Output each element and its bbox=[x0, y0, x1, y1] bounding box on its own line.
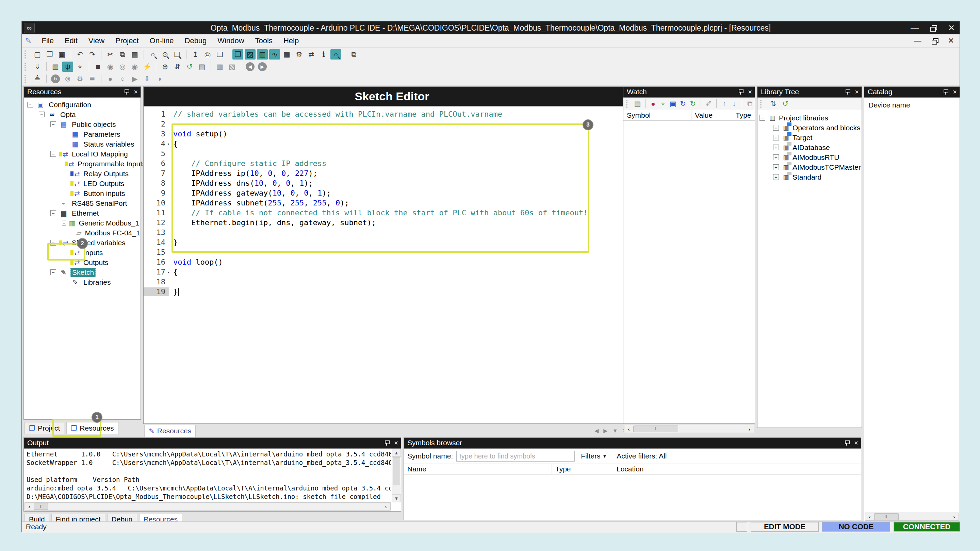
toggle-library-window-icon[interactable]: ▥ bbox=[257, 49, 268, 60]
tree-item-rs485-serialport[interactable]: ⌁RS485 SerialPort bbox=[25, 198, 140, 208]
expand-icon[interactable]: − bbox=[50, 269, 56, 275]
mdi-restore-button[interactable] bbox=[932, 38, 938, 43]
mdi-minimize-button[interactable]: — bbox=[914, 37, 921, 45]
find-symbol-icon[interactable]: ○ bbox=[331, 49, 341, 60]
tab-next-icon[interactable]: ▶ bbox=[603, 427, 608, 434]
move-up-icon[interactable]: ↑ bbox=[720, 98, 729, 109]
output-scroll-thumb[interactable] bbox=[393, 457, 400, 485]
tree-item-ethernet[interactable]: −▆Ethernet bbox=[25, 208, 140, 218]
toolbar-grip[interactable] bbox=[760, 100, 764, 108]
redo-icon[interactable]: ↷ bbox=[87, 49, 98, 60]
watch-column-value[interactable]: Value bbox=[692, 110, 732, 121]
catalog-scroll-thumb[interactable]: ⦀ bbox=[874, 513, 899, 520]
expand-icon[interactable]: + bbox=[773, 135, 779, 140]
tree-item-local-io-mapping[interactable]: −⇄Local IO Mapping bbox=[25, 149, 140, 159]
communication-setup-icon[interactable]: ▦ bbox=[50, 62, 61, 72]
code-line-13[interactable]: 13 bbox=[143, 227, 631, 237]
trigger-icon[interactable]: ≜ bbox=[32, 74, 43, 84]
download-code-icon[interactable]: ⇓ bbox=[32, 62, 43, 72]
save-watch-icon[interactable]: ▣ bbox=[669, 98, 677, 109]
dock-tab-resources[interactable]: ❒Resources bbox=[66, 422, 118, 434]
find-in-project-icon[interactable]: ❏ bbox=[172, 49, 183, 60]
code-line-14[interactable]: 14} bbox=[143, 237, 631, 247]
save-project-icon[interactable]: ▣ bbox=[56, 49, 67, 60]
code-line-2[interactable]: 2 bbox=[143, 119, 631, 129]
expand-icon[interactable]: + bbox=[773, 164, 779, 170]
output-horizontal-scrollbar[interactable]: ‹ ⦀ › bbox=[24, 502, 391, 511]
debug-watch-icon[interactable]: ⊚ bbox=[62, 74, 73, 84]
menu-tools[interactable]: Tools bbox=[250, 35, 278, 46]
watch-horizontal-scrollbar[interactable]: ‹ ⦀ › bbox=[624, 425, 754, 433]
library-item-aimodbustcpmaster[interactable]: +▥AIModbusTCPMaster bbox=[759, 162, 862, 172]
code-line-9[interactable]: 9 IPAddress gateway(10, 0, 0, 1); bbox=[143, 188, 631, 198]
library-item-target[interactable]: +▥Target bbox=[759, 133, 862, 143]
pin-icon[interactable] bbox=[385, 440, 388, 446]
refresh-add-icon[interactable]: ↻ bbox=[689, 98, 697, 109]
toolbar-grip[interactable] bbox=[626, 100, 629, 108]
mouse-mode-icon[interactable]: ⌖ bbox=[75, 62, 86, 72]
insert-symbol-icon[interactable]: ⌖ bbox=[659, 98, 667, 109]
move-down-icon[interactable]: ↓ bbox=[730, 98, 738, 109]
code-line-4[interactable]: 4▾{ bbox=[143, 139, 631, 149]
library-item-aidatabase[interactable]: +▥AIDatabase bbox=[759, 143, 862, 152]
code-line-7[interactable]: 7 IPAddress ip(10, 0, 0, 227); bbox=[143, 168, 631, 178]
run-icon[interactable]: ▶ bbox=[129, 74, 140, 84]
import-icon[interactable]: ↥ bbox=[190, 49, 201, 60]
grid-icon[interactable]: ▦ bbox=[215, 62, 225, 72]
mdi-close-button[interactable]: ✕ bbox=[948, 37, 954, 45]
watch-scroll-thumb[interactable]: ⦀ bbox=[633, 426, 678, 432]
toggle-output-window-icon[interactable]: ▨ bbox=[245, 49, 256, 60]
close-panel-icon[interactable]: × bbox=[748, 89, 752, 95]
print-icon[interactable]: ⎙ bbox=[202, 49, 213, 60]
code-line-19[interactable]: 19} bbox=[143, 287, 631, 297]
code-line-17[interactable]: 17▾{ bbox=[143, 267, 631, 277]
output-vertical-scrollbar[interactable]: ▲ ▼ bbox=[392, 449, 401, 502]
editor-tab-resources[interactable]: ✎ Resources bbox=[144, 425, 196, 437]
pin-icon[interactable] bbox=[845, 440, 849, 446]
paste-icon[interactable]: ▤ bbox=[129, 49, 140, 60]
tree-item-sketch[interactable]: −✎Sketch bbox=[25, 267, 140, 277]
tree-item-relay-outputs[interactable]: ⇄Relay Outputs bbox=[25, 169, 140, 179]
dock-tab-project[interactable]: ❒Project bbox=[24, 422, 64, 434]
code-line-5[interactable]: 5 bbox=[143, 149, 631, 159]
recompile-icon[interactable]: ◎ bbox=[117, 62, 128, 72]
close-panel-icon[interactable]: × bbox=[855, 89, 859, 95]
step-icon[interactable]: ⇩ bbox=[142, 74, 153, 84]
scroll-down-icon[interactable]: ▼ bbox=[392, 494, 401, 502]
scroll-right-icon[interactable]: › bbox=[382, 503, 390, 510]
symbols-column-location[interactable]: Location bbox=[613, 464, 681, 474]
tree-item-parameters[interactable]: ▤Parameters bbox=[25, 129, 140, 139]
swap-view-icon[interactable]: ⇄ bbox=[306, 49, 317, 60]
copy-icon[interactable]: ⧉ bbox=[117, 49, 128, 60]
toolbar-grip[interactable] bbox=[24, 63, 28, 71]
library-export-icon[interactable]: ⇅ bbox=[768, 98, 778, 109]
code-line-16[interactable]: 16void loop() bbox=[143, 257, 631, 267]
menu-online[interactable]: On-line bbox=[144, 35, 179, 46]
menu-window[interactable]: Window bbox=[212, 35, 250, 46]
watch-body[interactable] bbox=[624, 120, 755, 414]
expand-icon[interactable]: − bbox=[62, 220, 66, 226]
toolbar-grip[interactable] bbox=[24, 75, 28, 83]
tab-list-icon[interactable]: ▼ bbox=[612, 428, 618, 434]
expand-icon[interactable]: − bbox=[50, 210, 56, 216]
copy-watch-icon[interactable]: ⧉ bbox=[746, 98, 754, 109]
menu-project[interactable]: Project bbox=[110, 35, 144, 46]
code-line-18[interactable]: 18 bbox=[143, 277, 631, 287]
find-icon[interactable]: ○ bbox=[147, 49, 158, 60]
code-line-10[interactable]: 10 IPAddress subnet(255, 255, 255, 0); bbox=[143, 198, 631, 208]
navigate-back-icon[interactable]: ◀ bbox=[246, 62, 255, 71]
expand-icon[interactable]: − bbox=[50, 121, 56, 127]
navigate-forward-icon[interactable]: ▶ bbox=[258, 62, 267, 71]
output-log[interactable]: Ethernet 1.0.0 C:\Users\mcmch\AppData\Lo… bbox=[24, 449, 391, 502]
pin-icon[interactable] bbox=[943, 89, 947, 95]
pin-icon[interactable] bbox=[845, 89, 850, 95]
record-symbols-icon[interactable]: ● bbox=[649, 98, 657, 109]
menu-edit[interactable]: Edit bbox=[59, 35, 83, 46]
tree-item-programmable-inputs[interactable]: ⇄Programmable Inputs bbox=[25, 159, 140, 169]
scroll-up-icon[interactable]: ▲ bbox=[392, 449, 401, 457]
close-panel-icon[interactable]: × bbox=[953, 89, 957, 95]
minimize-button[interactable]: — bbox=[911, 24, 919, 32]
trigger-levels-icon[interactable]: ≣ bbox=[87, 74, 98, 84]
scroll-left-icon[interactable]: ‹ bbox=[865, 513, 874, 520]
code-area[interactable]: 1// shared variables can be accessed wit… bbox=[143, 109, 631, 424]
